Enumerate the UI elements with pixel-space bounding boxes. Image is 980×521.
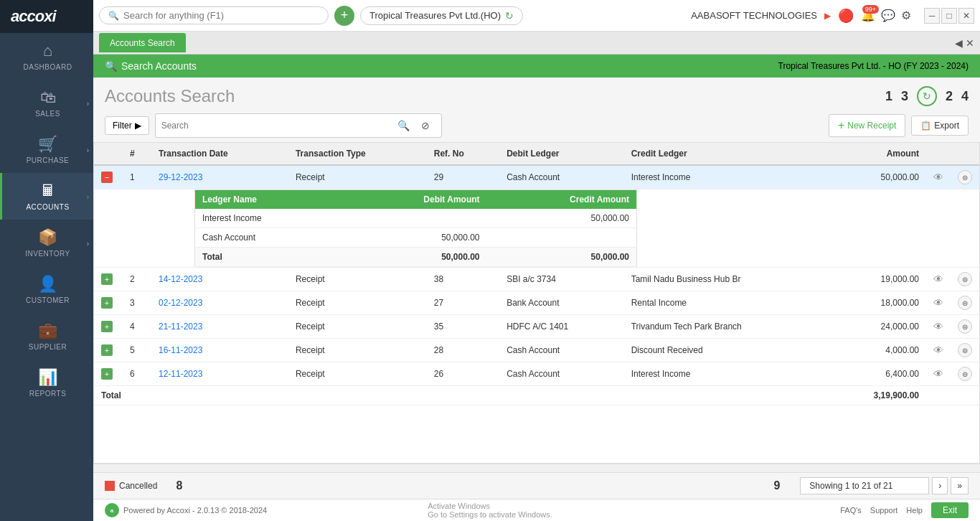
sub-debit-amount: 50,000.00 — [344, 228, 486, 248]
global-search-input[interactable] — [123, 10, 319, 21]
tab-pin-button[interactable]: ◀ — [955, 37, 963, 49]
company-selector[interactable]: Tropical Treasures Pvt Ltd.(HO) ↻ — [360, 6, 523, 25]
sidebar-chevron: › — [87, 239, 89, 247]
next-page-button[interactable]: › — [932, 477, 948, 494]
footer-num8: 8 — [176, 479, 182, 492]
row-action-cell: ⊜ — [951, 268, 979, 291]
sidebar-item-label: SUPPLIER — [29, 343, 67, 351]
view-icon[interactable]: 👁 — [933, 368, 943, 380]
page-title-area: Accounts Search 1 3 ↻ 2 4 — [93, 78, 980, 109]
exit-button[interactable]: Exit — [931, 502, 969, 518]
row-menu-button[interactable]: ⊜ — [958, 319, 972, 334]
add-button[interactable]: + — [334, 6, 354, 26]
row-menu-button[interactable]: ⊜ — [958, 272, 972, 286]
sidebar-item-label: DASHBOARD — [24, 63, 72, 71]
row-action-cell: ⊜ — [951, 291, 979, 315]
sidebar-item-inventory[interactable]: 📦 INVENTORY › — [0, 220, 93, 266]
num1-label: 1 — [885, 89, 892, 104]
filter-search-box[interactable]: 🔍 ⊘ — [155, 113, 442, 138]
sidebar-item-accounts[interactable]: 🖩 ACCOUNTS › — [0, 173, 93, 220]
last-page-button[interactable]: » — [951, 477, 969, 494]
notification-icon[interactable]: 🔔 99+ — [861, 9, 875, 22]
tab-close-button[interactable]: ✕ — [966, 37, 974, 49]
footer: Cancelled 8 9 Showing 1 to 21 of 21 › » — [93, 472, 980, 499]
message-icon[interactable]: 💬 — [881, 9, 895, 22]
row-num: 2 — [123, 268, 151, 291]
expand-button[interactable]: + — [101, 368, 113, 380]
row-amount: 18,000.00 — [829, 291, 927, 315]
expand-button[interactable]: + — [101, 321, 113, 332]
purchase-icon: 🛒 — [38, 135, 57, 154]
sidebar-item-dashboard[interactable]: ⌂ DASHBOARD — [0, 33, 93, 80]
table-row[interactable]: + 5 16-11-2023 Receipt 28 Cash Account D… — [94, 339, 979, 362]
table-row[interactable]: − 1 29-12-2023 Receipt 29 Cash Account I… — [94, 165, 979, 189]
row-expand-cell: + — [94, 315, 123, 339]
row-ref: 27 — [427, 291, 499, 315]
view-icon[interactable]: 👁 — [933, 297, 943, 309]
global-search-box[interactable]: 🔍 — [99, 6, 329, 24]
reports-icon: 📊 — [38, 368, 57, 387]
row-menu-button[interactable]: ⊜ — [958, 170, 972, 184]
tab-accounts-search[interactable]: Accounts Search — [99, 33, 186, 52]
sidebar-item-label: REPORTS — [29, 390, 67, 398]
table-row[interactable]: + 2 14-12-2023 Receipt 38 SBI a/c 3734 T… — [94, 268, 979, 291]
filter-search-input[interactable] — [161, 121, 392, 131]
col-header-ref: Ref. No — [427, 143, 499, 165]
arrow-icon: ▶ — [824, 11, 831, 21]
sub-ledger-name: Cash Account — [195, 228, 345, 248]
sidebar-item-customer[interactable]: 👤 CUSTOMER — [0, 266, 93, 313]
view-icon[interactable]: 👁 — [933, 273, 943, 285]
row-menu-button[interactable]: ⊜ — [958, 343, 972, 357]
row-credit: Interest Income — [624, 362, 829, 386]
table-row[interactable]: + 4 21-11-2023 Receipt 35 HDFC A/C 1401 … — [94, 315, 979, 339]
num4-label: 4 — [961, 89, 969, 104]
sidebar: accoxi ⌂ DASHBOARD 🛍 SALES › 🛒 PURCHASE … — [0, 0, 93, 521]
refresh-button[interactable]: ↻ — [917, 86, 937, 106]
sidebar-item-label: PURCHASE — [27, 156, 70, 164]
view-icon[interactable]: 👁 — [933, 321, 943, 332]
sidebar-item-sales[interactable]: 🛍 SALES › — [0, 80, 93, 126]
filter-clear-button[interactable]: ⊘ — [415, 117, 435, 134]
sidebar-item-purchase[interactable]: 🛒 PURCHASE › — [0, 126, 93, 173]
num3-label: 3 — [901, 89, 908, 104]
logo-area: accoxi — [0, 0, 93, 33]
row-menu-button[interactable]: ⊜ — [958, 296, 972, 310]
row-type: Receipt — [288, 268, 427, 291]
sub-total-row: Total 50,000.00 50,000.00 — [195, 248, 637, 267]
settings-icon[interactable]: ⚙ — [901, 9, 911, 22]
new-receipt-button[interactable]: + New Receipt — [829, 114, 905, 137]
sub-ledger-table: Ledger Name Debit Amount Credit Amount I… — [194, 189, 637, 267]
maximize-button[interactable]: □ — [941, 8, 957, 24]
row-expand-cell: + — [94, 268, 123, 291]
filter-button[interactable]: Filter ▶ — [105, 116, 149, 135]
sidebar-item-supplier[interactable]: 💼 SUPPLIER — [0, 313, 93, 360]
row-debit: Cash Account — [499, 165, 624, 189]
page-title-nums: 1 3 ↻ 2 4 — [885, 86, 969, 106]
main-area: 🔍 + Tropical Treasures Pvt Ltd.(HO) ↻ AA… — [93, 0, 980, 521]
minimize-button[interactable]: ─ — [924, 8, 940, 24]
table-row[interactable]: + 6 12-11-2023 Receipt 26 Cash Account I… — [94, 362, 979, 386]
total-empty — [926, 386, 979, 405]
export-button[interactable]: 📋 Export — [911, 116, 969, 136]
company-full-name: AABASOFT TECHNOLOGIES — [691, 10, 817, 21]
horizontal-scrollbar[interactable] — [93, 464, 980, 472]
row-ref: 26 — [427, 362, 499, 386]
sub-col-credit: Credit Amount — [487, 190, 637, 210]
table-row[interactable]: + 3 02-12-2023 Receipt 27 Bank Account R… — [94, 291, 979, 315]
filter-search-button[interactable]: 🔍 — [392, 117, 415, 134]
expand-button[interactable]: + — [101, 344, 113, 356]
faq-link[interactable]: FAQ's — [840, 506, 862, 515]
view-icon[interactable]: 👁 — [933, 344, 943, 356]
row-menu-button[interactable]: ⊜ — [958, 367, 972, 381]
close-button[interactable]: ✕ — [958, 8, 974, 24]
row-type: Receipt — [288, 315, 427, 339]
expand-button[interactable]: + — [101, 297, 113, 309]
view-icon[interactable]: 👁 — [933, 172, 943, 183]
collapse-button[interactable]: − — [101, 172, 113, 183]
row-expand-cell: + — [94, 291, 123, 315]
expand-button[interactable]: + — [101, 273, 113, 285]
sidebar-item-reports[interactable]: 📊 REPORTS — [0, 360, 93, 406]
help-link[interactable]: Help — [906, 506, 923, 515]
row-date: 29-12-2023 — [151, 165, 288, 189]
support-link[interactable]: Support — [870, 506, 898, 515]
